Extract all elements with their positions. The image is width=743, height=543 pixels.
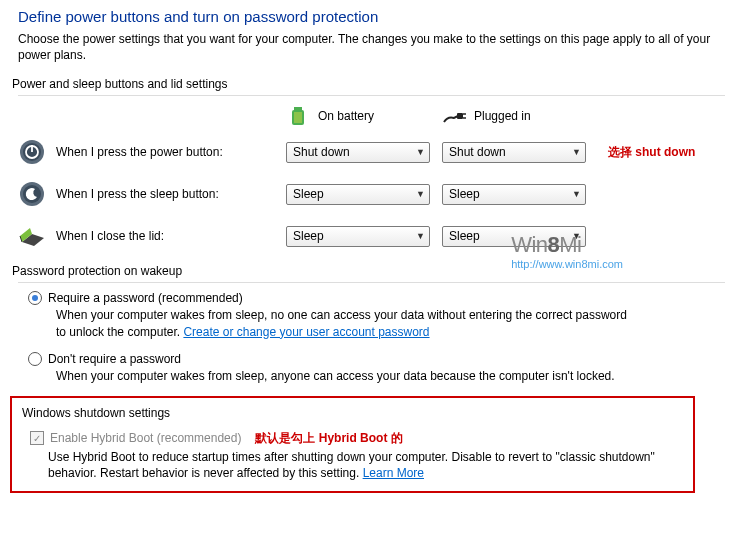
dont-require-password-label: Don't require a password [48,352,181,366]
shutdown-settings-box: Windows shutdown settings ✓ Enable Hybri… [10,396,695,493]
page-title: Define power buttons and turn on passwor… [18,8,725,25]
column-header-row: On battery Plugged in [18,104,725,128]
row-sleep-button: When I press the sleep button: Sleep▼ Sl… [18,180,725,208]
svg-rect-3 [457,113,463,119]
svg-rect-0 [294,107,302,110]
row-label: When I press the power button: [56,145,223,159]
power-button-plugged-dropdown[interactable]: Shut down▼ [442,142,586,163]
lid-battery-dropdown[interactable]: Sleep▼ [286,226,430,247]
chevron-down-icon: ▼ [416,231,425,241]
hybrid-boot-description: Use Hybrid Boot to reduce startup times … [48,449,683,481]
chevron-down-icon: ▼ [572,147,581,157]
battery-icon [286,104,310,128]
sleep-button-icon [18,180,46,208]
sleep-button-plugged-dropdown[interactable]: Sleep▼ [442,184,586,205]
chevron-down-icon: ▼ [416,147,425,157]
section-shutdown-label: Windows shutdown settings [22,406,683,420]
learn-more-link[interactable]: Learn More [363,466,424,480]
section-password-label: Password protection on wakeup [12,264,725,278]
section-power-sleep-label: Power and sleep buttons and lid settings [12,77,725,91]
hybrid-boot-checkbox[interactable]: ✓ [30,431,44,445]
sleep-button-battery-dropdown[interactable]: Sleep▼ [286,184,430,205]
plug-icon [442,104,466,128]
row-power-button: When I press the power button: Shut down… [18,138,725,166]
hybrid-boot-label: Enable Hybrid Boot (recommended) [50,431,241,445]
chevron-down-icon: ▼ [572,189,581,199]
require-password-radio[interactable] [28,291,42,305]
chevron-down-icon: ▼ [572,231,581,241]
chevron-down-icon: ▼ [416,189,425,199]
row-label: When I press the sleep button: [56,187,219,201]
divider [18,95,725,96]
dont-require-password-description: When your computer wakes from sleep, any… [56,368,636,384]
require-password-label: Require a password (recommended) [48,291,243,305]
power-button-battery-dropdown[interactable]: Shut down▼ [286,142,430,163]
laptop-lid-icon [18,222,46,250]
power-button-icon [18,138,46,166]
battery-header-label: On battery [318,109,374,123]
annotation-shutdown: 选择 shut down [608,144,695,161]
lid-plugged-dropdown[interactable]: Sleep▼ [442,226,586,247]
page-intro: Choose the power settings that you want … [18,31,725,63]
row-label: When I close the lid: [56,229,164,243]
row-close-lid: When I close the lid: Sleep▼ Sleep▼ [18,222,725,250]
plugged-header-label: Plugged in [474,109,531,123]
annotation-hybrid: 默认是勾上 Hybrid Boot 的 [255,430,402,447]
create-change-password-link[interactable]: Create or change your user account passw… [183,325,429,339]
require-password-description: When your computer wakes from sleep, no … [56,307,636,339]
dont-require-password-radio[interactable] [28,352,42,366]
svg-rect-2 [294,112,302,123]
divider [18,282,725,283]
